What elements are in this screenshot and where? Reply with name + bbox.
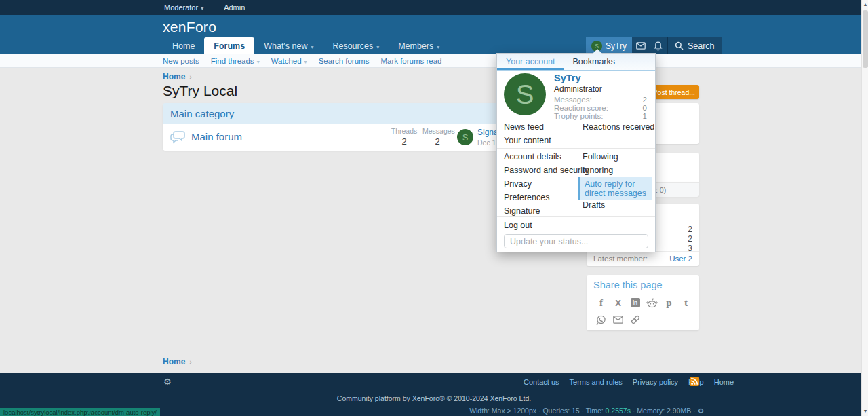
user-role: Administrator xyxy=(554,84,602,94)
stat-reaction-score: Reaction score:0 xyxy=(554,104,647,112)
dropdown-arrow xyxy=(593,49,602,54)
header-right-cluster: S SyTry Search xyxy=(586,37,722,54)
search-icon xyxy=(675,41,684,50)
mail-icon xyxy=(636,42,646,50)
admin-bar: Moderator Admin xyxy=(0,0,868,15)
subnav-new-posts[interactable]: New posts xyxy=(163,57,199,65)
forum-chat-icon xyxy=(170,130,186,145)
forums-subnav: New posts Find threads Watched Search fo… xyxy=(0,54,861,68)
menu-your-content[interactable]: Your content xyxy=(504,136,551,145)
dropdown-tabs: Your account Bookmarks xyxy=(497,54,655,71)
latest-member-link[interactable]: User 2 xyxy=(669,254,692,263)
dropdown-username-link[interactable]: SyTry xyxy=(554,73,581,83)
share-title[interactable]: Share this page xyxy=(593,280,663,290)
chevron-down-icon xyxy=(311,41,313,51)
avatar[interactable]: S xyxy=(504,73,546,115)
menu-signature[interactable]: Signature xyxy=(504,206,540,216)
menu-account-details[interactable]: Account details xyxy=(504,152,561,162)
menu-drafts[interactable]: Drafts xyxy=(583,200,605,210)
divider xyxy=(497,216,655,217)
header: xenForo Home Forums What's new Resources… xyxy=(0,15,868,54)
breadcrumb-home-link[interactable]: Home xyxy=(163,72,185,81)
tab-your-account[interactable]: Your account xyxy=(497,54,564,70)
subnav-find-threads[interactable]: Find threads xyxy=(211,57,260,65)
breadcrumb-separator: › xyxy=(189,73,192,81)
subnav-search-forums[interactable]: Search forums xyxy=(319,57,370,65)
page-title: SyTry Local xyxy=(163,83,237,99)
stat-trophy-points: Trophy points:1 xyxy=(554,112,647,120)
subnav-watched[interactable]: Watched xyxy=(271,57,307,65)
search-button[interactable]: Search xyxy=(668,37,722,54)
screen: Moderator Admin xenForo Home Forums What… xyxy=(0,0,868,416)
nav-tab-members[interactable]: Members xyxy=(389,37,449,54)
menu-log-out[interactable]: Log out xyxy=(504,221,532,230)
pinterest-icon[interactable]: p xyxy=(660,296,677,309)
menu-news-feed[interactable]: News feed xyxy=(504,122,544,132)
breadcrumb: Home › xyxy=(163,72,192,81)
breadcrumb-home-link[interactable]: Home xyxy=(163,357,185,366)
scroll-down-arrow[interactable] xyxy=(862,407,868,415)
copyright-text: Community platform by XenForo® © 2010-20… xyxy=(0,394,868,402)
messages-column: Messages 2 xyxy=(422,127,452,147)
scrollbar[interactable] xyxy=(861,0,868,416)
chevron-down-icon xyxy=(437,41,439,51)
breadcrumb-separator: › xyxy=(189,358,192,366)
footer-links: Contact us Terms and rules Privacy polic… xyxy=(524,378,734,386)
nav-tab-resources[interactable]: Resources xyxy=(323,37,389,54)
footer-terms-and-rules[interactable]: Terms and rules xyxy=(570,378,623,386)
linkedin-icon[interactable] xyxy=(627,296,644,309)
gear-icon[interactable] xyxy=(696,406,704,415)
nav-tab-whats-new[interactable]: What's new xyxy=(254,37,323,54)
footer-privacy-policy[interactable]: Privacy policy xyxy=(633,378,678,386)
forum-link[interactable]: Main forum xyxy=(191,131,242,143)
x-twitter-icon[interactable]: X xyxy=(610,296,627,309)
divider xyxy=(497,148,655,149)
footer-contact-us[interactable]: Contact us xyxy=(524,378,559,386)
chevron-down-icon xyxy=(201,3,203,12)
tab-bookmarks[interactable]: Bookmarks xyxy=(564,54,625,70)
gear-icon[interactable] xyxy=(163,377,172,387)
facebook-icon[interactable]: f xyxy=(593,296,610,309)
alerts-button[interactable] xyxy=(650,37,667,54)
xenforo-logo[interactable]: xenForo xyxy=(163,19,216,35)
menu-reactions-received[interactable]: Reactions received xyxy=(583,122,654,132)
reddit-icon[interactable] xyxy=(644,296,660,309)
stat-messages-value: 2 xyxy=(688,234,692,244)
footer-home[interactable]: Home xyxy=(714,378,734,386)
menu-password-and-security[interactable]: Password and security xyxy=(504,166,589,175)
moderator-menu[interactable]: Moderator xyxy=(164,3,203,12)
rss-icon[interactable] xyxy=(690,377,699,386)
inbox-button[interactable] xyxy=(632,37,650,54)
chevron-down-icon xyxy=(304,57,307,65)
menu-privacy[interactable]: Privacy xyxy=(504,179,532,189)
menu-auto-reply-direct-messages[interactable]: Auto reply for direct messages xyxy=(578,177,652,200)
email-share-icon[interactable] xyxy=(610,313,627,326)
menu-preferences[interactable]: Preferences xyxy=(504,193,549,202)
threads-column: Threads 2 xyxy=(389,127,419,147)
scroll-up-arrow[interactable] xyxy=(862,1,868,9)
copy-link-icon[interactable] xyxy=(627,313,644,326)
account-dropdown: Your account Bookmarks S SyTry Administr… xyxy=(496,53,656,252)
debug-stats: Width: Max > 1200px · Queries: 15 · Time… xyxy=(469,406,704,415)
breadcrumb: Home › xyxy=(163,357,192,366)
avatar[interactable]: S xyxy=(457,129,473,145)
main-nav: Home Forums What's new Resources Members xyxy=(163,37,449,54)
chevron-down-icon xyxy=(257,57,260,65)
debug-time[interactable]: 0.2557s xyxy=(606,406,631,415)
link-preview-url: localhost/sytrylocal/index.php?account/d… xyxy=(0,408,160,416)
scrollbar-thumb[interactable] xyxy=(863,10,868,68)
subnav-mark-forums-read[interactable]: Mark forums read xyxy=(380,57,441,65)
whatsapp-icon[interactable] xyxy=(593,313,610,326)
bell-icon xyxy=(654,41,663,51)
share-this-page-block: Share this page f X p t xyxy=(587,275,699,330)
menu-ignoring[interactable]: Ignoring xyxy=(583,166,613,175)
nav-tab-home[interactable]: Home xyxy=(163,37,204,54)
tumblr-icon[interactable]: t xyxy=(677,296,694,309)
latest-member-label: Latest member: xyxy=(593,254,648,263)
status-input[interactable] xyxy=(504,234,648,248)
chevron-down-icon xyxy=(376,41,379,51)
nav-tab-forums[interactable]: Forums xyxy=(204,37,254,54)
admin-link[interactable]: Admin xyxy=(224,3,245,12)
menu-following[interactable]: Following xyxy=(583,152,618,162)
stat-threads-value: 2 xyxy=(688,225,692,234)
